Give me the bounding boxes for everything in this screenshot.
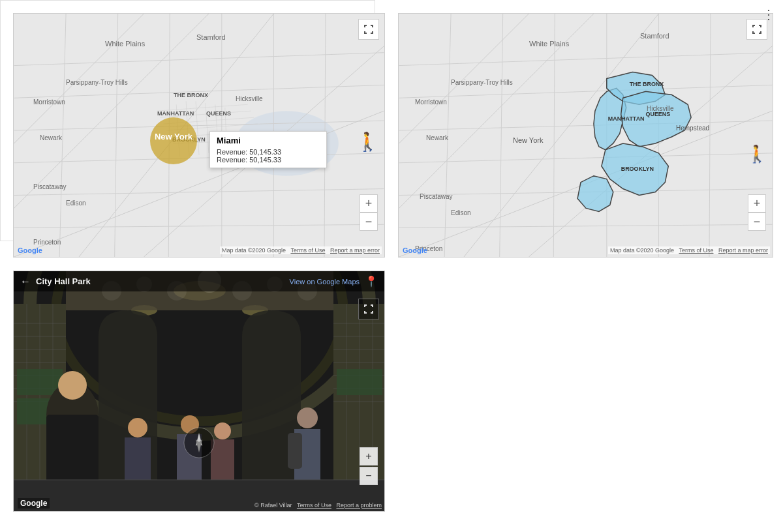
- newark-label-r: Newark: [426, 134, 448, 141]
- svg-point-97: [128, 418, 147, 437]
- street-view-header: ← City Hall Park View on Google Maps 📍: [14, 271, 384, 291]
- zoom-controls-right: + −: [748, 194, 766, 231]
- tooltip-city: Miami: [217, 136, 320, 145]
- svg-rect-82: [337, 369, 382, 395]
- map-attribution-right: Map data ©2020 Google Terms of Use Repor…: [608, 246, 770, 254]
- zoom-controls-left: + −: [360, 194, 378, 231]
- svg-point-95: [58, 371, 87, 400]
- sv-zoom-in[interactable]: +: [360, 447, 378, 466]
- svg-text:BROOKLYN: BROOKLYN: [621, 166, 654, 172]
- person-icon-right: 🚶: [746, 144, 767, 164]
- fullscreen-button-left[interactable]: [358, 19, 379, 40]
- compass-icon[interactable]: [183, 426, 215, 459]
- queens-label: QUEENS: [206, 110, 231, 117]
- hempstead-label-r: Hempstead: [676, 125, 709, 132]
- person-icon: 🚶: [356, 131, 379, 153]
- sv-zoom-out[interactable]: −: [360, 467, 378, 485]
- princeton-label: Princeton: [33, 239, 61, 246]
- svg-rect-33: [399, 14, 773, 257]
- map-left: White Plains Stamford Parsippany-Troy Hi…: [13, 13, 385, 258]
- parsippany-label: Parsippany-Troy Hills: [66, 79, 128, 86]
- google-logo-sv: Google: [18, 498, 50, 509]
- terms-link-right[interactable]: Terms of Use: [679, 247, 713, 254]
- map-tooltip: Miami Revenue: 50,145.33 Revenue: 50,145…: [209, 131, 327, 168]
- piscataway-label: Piscataway: [33, 183, 67, 190]
- stamford-label: Stamford: [196, 33, 226, 41]
- newyork-label-r: New York: [513, 136, 543, 144]
- zoom-in-left[interactable]: +: [360, 194, 378, 213]
- edison-label-r: Edison: [451, 209, 471, 216]
- location-pin-icon: 📍: [365, 275, 378, 288]
- tooltip-row-1: Revenue: 50,145.33: [217, 148, 320, 156]
- map-right: MANHATTAN THE BRONX QUEENS BROOKLYN Whit…: [398, 13, 773, 258]
- view-on-maps-link[interactable]: View on Google Maps: [290, 278, 360, 286]
- newark-label: Newark: [40, 134, 62, 141]
- zoom-in-right[interactable]: +: [748, 194, 766, 213]
- back-arrow[interactable]: ←: [20, 276, 31, 288]
- white-plains-label-r: White Plains: [529, 40, 569, 48]
- report-link-left[interactable]: Report a map error: [330, 247, 380, 254]
- menu-dots[interactable]: ⋮: [762, 7, 775, 22]
- edison-label: Edison: [66, 200, 86, 207]
- svg-point-104: [214, 422, 231, 439]
- sv-report-link[interactable]: Report a problem: [336, 502, 382, 509]
- bronx-label: THE BRONX: [174, 92, 208, 98]
- svg-text:THE BRONX: THE BRONX: [630, 81, 664, 87]
- fullscreen-button-sv[interactable]: [358, 299, 379, 319]
- street-view-location: City Hall Park: [36, 276, 284, 286]
- tooltip-row-2: Revenue: 50,145.33: [217, 156, 320, 164]
- piscataway-label-r: Piscataway: [420, 193, 453, 200]
- sv-zoom-controls: + −: [360, 447, 378, 485]
- street-view-panel: ← City Hall Park View on Google Maps 📍: [13, 271, 385, 512]
- sv-terms-link[interactable]: Terms of Use: [297, 502, 331, 509]
- stamford-label-r: Stamford: [640, 32, 669, 40]
- zoom-out-right[interactable]: −: [748, 213, 766, 231]
- morristown-label: Morristown: [33, 98, 65, 106]
- zoom-out-left[interactable]: −: [360, 213, 378, 231]
- parsippany-label-r: Parsippany-Troy Hills: [451, 79, 513, 86]
- svg-point-101: [297, 407, 318, 428]
- terms-link-left[interactable]: Terms of Use: [290, 247, 325, 254]
- google-logo-map-left: Google: [18, 246, 42, 254]
- svg-rect-103: [288, 433, 302, 469]
- tunnel-scene: + − Google © Rafael Villar Terms of Use …: [14, 271, 384, 511]
- white-plains-label: White Plains: [105, 40, 145, 48]
- ny-marker: New York: [147, 115, 200, 170]
- hicksville-label: Hicksville: [236, 95, 263, 102]
- sv-attribution: © Rafael Villar Terms of Use Report a pr…: [254, 502, 382, 509]
- svg-text:MANHATTAN: MANHATTAN: [608, 115, 645, 122]
- google-logo-map-right: Google: [403, 246, 427, 254]
- report-link-right[interactable]: Report a map error: [718, 247, 768, 254]
- svg-text:New York: New York: [155, 132, 193, 141]
- hicksville-label-r: Hicksville: [647, 105, 674, 112]
- map-attribution-left: Map data ©2020 Google Terms of Use Repor…: [220, 246, 382, 254]
- morristown-label-r: Morristown: [415, 98, 447, 106]
